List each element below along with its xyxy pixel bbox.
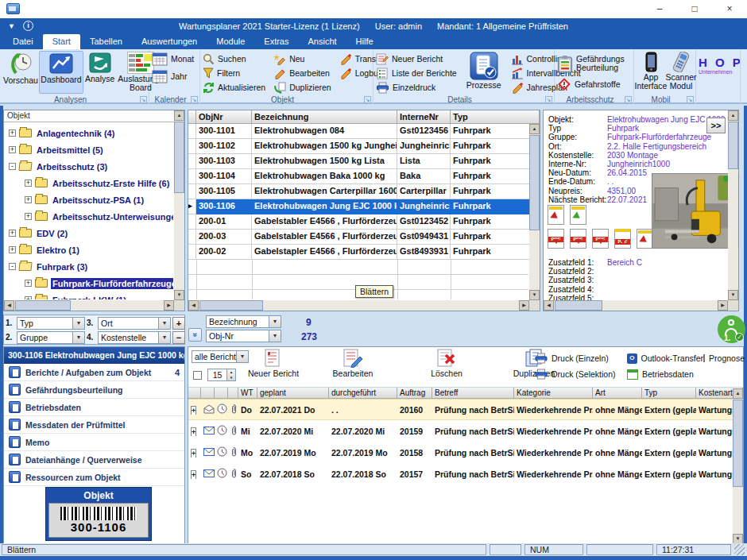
- object-nav-item[interactable]: Memo: [4, 434, 184, 451]
- app-interface-button[interactable]: App Interface: [637, 51, 665, 94]
- details-horizontal-scrollbar[interactable]: ◀ ▶: [544, 300, 728, 311]
- tree-expander-icon[interactable]: +: [9, 230, 16, 237]
- bearbeiten-button[interactable]: Bearbeiten: [273, 67, 331, 79]
- doc-transfer-green-icon[interactable]: [570, 205, 586, 225]
- gefaehrdungsbeurteilung-button[interactable]: Gefährdungs Beurteilung: [557, 52, 631, 75]
- tree-item[interactable]: + Arbeitsmittel (5): [4, 141, 173, 158]
- limit-spinner[interactable]: 15: [207, 369, 236, 381]
- tree-item[interactable]: + Anlagentechnik (4): [4, 125, 173, 141]
- col-betreff[interactable]: Betreff: [432, 388, 514, 399]
- tab-hilfe[interactable]: Hilfe: [346, 34, 383, 49]
- tab-auswertungen[interactable]: Auswertungen: [132, 34, 207, 49]
- object-nav-item[interactable]: Berichte / Aufgaben zum Objekt 4: [4, 364, 184, 381]
- gefahrstoffe-button[interactable]: Gefahrstoffe: [557, 78, 631, 91]
- tree-expander-icon[interactable]: +: [9, 146, 16, 153]
- row-expand-icon[interactable]: +: [191, 470, 196, 479]
- tree-expander-icon[interactable]: -: [9, 163, 16, 170]
- betriebsdaten-button[interactable]: Betriebsdaten: [627, 369, 703, 380]
- object-row[interactable]: 300-1102 Elektrohubwagen 1500 kg Junghei…: [188, 139, 540, 154]
- col-wt[interactable]: WT: [238, 388, 257, 399]
- dialog-launcher-icon[interactable]: [140, 96, 147, 103]
- tab-start[interactable]: Start: [43, 34, 80, 49]
- limit-checkbox[interactable]: [193, 371, 202, 380]
- dialog-launcher-icon[interactable]: [687, 96, 694, 103]
- col-typ[interactable]: Typ: [642, 388, 696, 399]
- col-auftrag[interactable]: Auftrag: [397, 388, 432, 399]
- dialog-launcher-icon[interactable]: [364, 96, 371, 103]
- object-row[interactable]: 300-1105 Elektrohubwagen Carterpillar 16…: [188, 184, 540, 199]
- maximize-button[interactable]: □: [677, 0, 712, 18]
- collapse-chevron-button[interactable]: »: [188, 328, 202, 342]
- object-nav-item[interactable]: Dateianhänge / Querverweise: [4, 451, 184, 469]
- pdf-file-icon[interactable]: PDF: [548, 229, 564, 249]
- tree-expander-icon[interactable]: +: [25, 180, 32, 187]
- close-button[interactable]: ×: [712, 0, 747, 18]
- tree-expander-icon[interactable]: +: [9, 129, 16, 137]
- sort1-combobox[interactable]: Bezeichnung: [206, 315, 281, 328]
- object-row[interactable]: 200-03 Gabelstabler E4566 , Flurförderze…: [188, 230, 540, 245]
- details-expand-button[interactable]: >>: [706, 118, 726, 133]
- sort2-combobox[interactable]: Obj-Nr: [206, 330, 281, 342]
- tree-expander-icon[interactable]: +: [25, 196, 32, 203]
- filter1-combobox[interactable]: Typ: [17, 317, 85, 330]
- tree-item[interactable]: - Arbeitsschutz (3): [4, 158, 173, 175]
- neu-button[interactable]: Neu: [273, 52, 331, 65]
- object-nav-item[interactable]: Ressourcen zum Objekt: [4, 469, 184, 486]
- tree-item[interactable]: + Fuhrpark-LKW (1): [4, 292, 173, 299]
- tab-tabellen[interactable]: Tabellen: [80, 34, 132, 49]
- user-status-badge[interactable]: 1. ✓: [718, 315, 745, 343]
- checkbox-icon[interactable]: [703, 354, 705, 362]
- vorschau-button[interactable]: Vorschau: [2, 51, 39, 94]
- object-nav-item[interactable]: Betriebsdaten: [4, 399, 184, 416]
- bearbeiten-toolbar-button[interactable]: Bearbeiten: [325, 349, 381, 378]
- tree-vertical-scrollbar[interactable]: ▲ ▼: [174, 110, 184, 300]
- object-row[interactable]: 200-01 Gabelstabler E4566 , Flurförderze…: [188, 214, 540, 230]
- tree-item[interactable]: - Fuhrpark (3): [4, 258, 173, 275]
- objects-horizontal-scrollbar[interactable]: ◀ ▶: [188, 300, 529, 311]
- tab-ansicht[interactable]: Ansicht: [299, 34, 346, 49]
- dialog-launcher-icon[interactable]: [625, 96, 632, 103]
- object-nav-item[interactable]: Messdaten der Prüfmittel: [4, 416, 184, 434]
- prozesse-button[interactable]: Prozesse: [465, 51, 503, 94]
- object-row[interactable]: 300-1101 Elektrohubwagen 084 Gst0123456 …: [188, 124, 540, 139]
- tree-item[interactable]: + Arbeitsschutz-Unterweisungen: [4, 208, 173, 225]
- druck-selektion-button[interactable]: Druck (Selektion): [535, 369, 627, 380]
- report-row[interactable]: + Do 22.07.2021 Do . . 20160 Prüfung nac…: [188, 399, 743, 420]
- tab-module[interactable]: Module: [207, 34, 254, 49]
- einzeldruck-button[interactable]: Einzeldruck: [376, 81, 457, 94]
- druck-einzeln-button[interactable]: Druck (Einzeln): [535, 353, 627, 364]
- tree-item[interactable]: + Arbeitsschutz-PSA (1): [4, 191, 173, 208]
- tree-expander-icon[interactable]: +: [25, 213, 32, 220]
- pdf-file-yellow-icon[interactable]: PDF: [614, 229, 631, 249]
- filter-add-button[interactable]: +: [172, 317, 185, 330]
- dialog-launcher-icon[interactable]: [545, 96, 552, 103]
- tree-item[interactable]: + Elektro (1): [4, 241, 173, 258]
- pdf-file-icon[interactable]: PDF: [592, 229, 609, 249]
- reports-vertical-scrollbar[interactable]: ▲ ▼: [733, 388, 743, 544]
- outlook-transfer-button[interactable]: O Outlook-Transfer: [627, 353, 703, 364]
- col-internenr[interactable]: InterneNr: [397, 110, 451, 124]
- tree-expander-icon[interactable]: +: [9, 246, 16, 253]
- aktualisieren-button[interactable]: Aktualisieren: [203, 81, 265, 94]
- col-geplant[interactable]: geplant: [257, 388, 329, 399]
- col-durchgefuehrt[interactable]: durchgeführt: [329, 388, 397, 399]
- filter-remove-button[interactable]: −: [172, 331, 185, 344]
- object-row[interactable]: 300-1106 Elektrohubwagen Jung EJC 1000 k…: [188, 199, 540, 214]
- jahr-button[interactable]: Jahr: [152, 70, 197, 83]
- analyse-button[interactable]: Analyse: [83, 51, 116, 94]
- col-art[interactable]: Art: [593, 388, 642, 399]
- report-filter-combobox[interactable]: alle Berichte: [192, 350, 249, 363]
- row-expand-icon[interactable]: +: [191, 406, 196, 415]
- filter2-combobox[interactable]: Gruppe: [17, 331, 85, 344]
- col-typ[interactable]: Typ: [451, 110, 540, 124]
- tree-item[interactable]: + Fuhrpark-Flurförderfahrzeuge: [4, 275, 173, 292]
- col-kategorie[interactable]: Kategorie: [514, 388, 593, 399]
- suchen-button[interactable]: Suchen: [203, 52, 265, 65]
- object-row[interactable]: 300-1103 Elektrohubwagen 1500 kg Lista L…: [188, 154, 540, 169]
- scanner-modul-button[interactable]: Scanner Modul: [665, 51, 697, 94]
- neuer-bericht-button[interactable]: Neuer Bericht: [376, 52, 457, 65]
- object-row[interactable]: 300-1104 Elektrohubwagen Baka 1000 kg Ba…: [188, 169, 540, 184]
- report-row[interactable]: + So 22.07.2018 So 22.07.2018 So 20157 P…: [188, 463, 743, 485]
- pdf-file-icon[interactable]: PDF: [570, 229, 586, 249]
- doc-transfer-icon[interactable]: [548, 205, 564, 225]
